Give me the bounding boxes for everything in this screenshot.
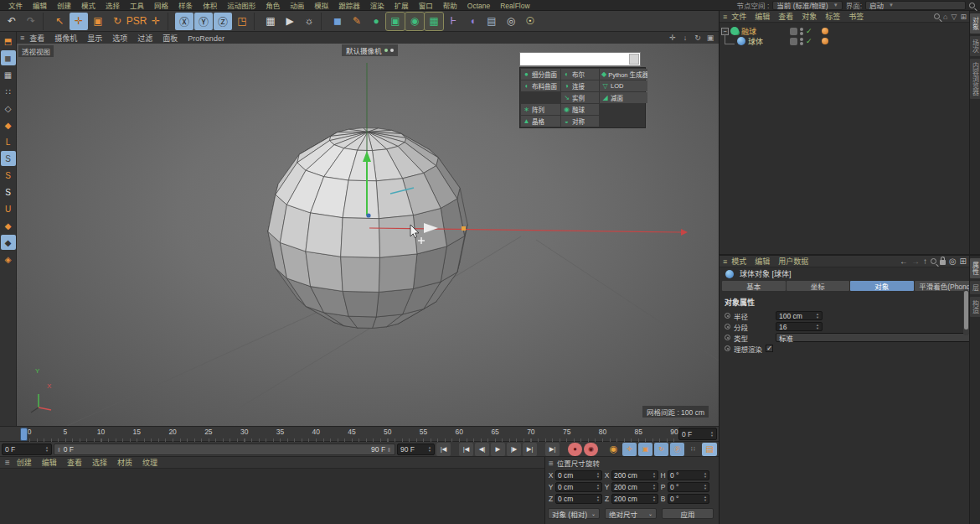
object-menu-item[interactable]: 对象 <box>797 13 821 21</box>
size-field[interactable]: 200 cm▲▼ <box>611 482 658 492</box>
view-label[interactable]: 透视视图 <box>18 45 54 57</box>
enabled-check-icon[interactable]: ✓ <box>806 27 812 35</box>
render-picture-viewer-button[interactable]: ▶ <box>281 13 299 30</box>
point-mode-button[interactable]: ∷ <box>1 84 16 99</box>
timeline-ruler[interactable]: 051015202530354045505560657075808590 0 F… <box>0 426 719 442</box>
range-grip-icon[interactable]: ‖ <box>58 447 64 453</box>
material-menu-item[interactable]: 查看 <box>62 459 87 467</box>
motion-system-button[interactable]: ▤ <box>702 443 717 456</box>
material-menu-item[interactable]: 材质 <box>112 459 137 467</box>
attribute-menu-item[interactable]: 用户数据 <box>774 257 812 266</box>
redo-button[interactable]: ↷ <box>22 13 40 30</box>
edit-badge-icon[interactable] <box>790 28 797 35</box>
side-tab-attributes[interactable]: 属性 <box>970 258 980 278</box>
material-menu-item[interactable]: 编辑 <box>37 459 62 467</box>
stepper-arrows-icon[interactable]: ▲▼ <box>45 446 49 453</box>
add-primitive-cube-button[interactable]: ◼ <box>328 13 347 30</box>
up-icon[interactable]: ↑ <box>923 257 927 266</box>
side-tab-content-browser[interactable]: 内容浏览器 <box>970 59 980 99</box>
preview-range-slider[interactable]: ‖ 0 F 90 F ‖ <box>54 444 395 455</box>
attribute-menu-item[interactable]: 编辑 <box>750 257 774 266</box>
object-menu-item[interactable]: 文件 <box>727 13 750 21</box>
zoom-view-icon[interactable]: ↓ <box>680 33 690 43</box>
size-field[interactable]: 200 cm▲▼ <box>611 494 658 504</box>
camera-label[interactable]: 默认摄像机 <box>342 44 398 56</box>
stepper-arrows-icon[interactable]: ▲▼ <box>710 431 714 438</box>
popup-item-boole[interactable]: ◐布尔 <box>561 69 599 80</box>
hamburger-icon[interactable]: ≡ <box>549 459 554 468</box>
object-menu-item[interactable]: 编辑 <box>750 13 774 21</box>
menu-item[interactable]: 体积 <box>198 2 222 10</box>
volume-button[interactable]: ▦ <box>425 13 443 30</box>
next-frame-button[interactable]: |▶ <box>507 443 521 456</box>
pan-view-icon[interactable]: ✛ <box>668 33 678 43</box>
menu-item[interactable]: 工具 <box>125 2 149 10</box>
viewport-menu-item[interactable]: 选项 <box>107 34 132 43</box>
texture-mode-button[interactable]: ▦ <box>1 67 16 82</box>
popup-item-subdivision-surface[interactable]: ●细分曲面 <box>521 69 560 80</box>
object-name[interactable]: 球体 <box>748 36 763 47</box>
size-field[interactable]: 200 cm▲▼ <box>611 470 658 480</box>
toggle-panel-icon[interactable]: ▣ <box>705 33 715 43</box>
viewport-menu-item[interactable]: 查看 <box>24 34 49 43</box>
menu-item[interactable]: 模拟 <box>309 2 333 10</box>
tab-coordinates[interactable]: 坐标 <box>787 281 850 291</box>
menu-item[interactable]: 网格 <box>149 2 173 10</box>
y-axis-lock-button[interactable]: Ⓨ <box>194 13 213 30</box>
menu-item[interactable]: 角色 <box>260 2 285 10</box>
menu-item[interactable]: 文件 <box>3 2 28 10</box>
animate-dot-icon[interactable] <box>725 324 730 329</box>
live-selection-tool[interactable]: ↖ <box>50 13 69 30</box>
magnet-tool-button[interactable]: U <box>1 201 16 216</box>
stepper-arrows-icon[interactable]: ▲▼ <box>428 446 431 453</box>
new-panel-icon[interactable]: ⊞ <box>960 13 967 21</box>
viewport-menu-item[interactable]: ProRender <box>183 34 230 43</box>
type-select[interactable]: 标准⌄ <box>776 333 978 342</box>
light-button[interactable]: ☉ <box>521 13 539 30</box>
generators-button[interactable]: ▣ <box>386 13 405 30</box>
camera-button[interactable]: ◎ <box>502 13 520 30</box>
hamburger-icon[interactable]: ≡ <box>5 458 10 467</box>
menu-item[interactable]: 扩展 <box>389 2 414 10</box>
search-icon[interactable] <box>934 13 940 19</box>
tab-basic[interactable]: 基本 <box>722 281 786 291</box>
x-axis-lock-button[interactable]: Ⓧ <box>175 13 193 30</box>
coordinate-system-button[interactable]: ◳ <box>233 13 251 30</box>
environment-button[interactable]: ▤ <box>482 13 501 30</box>
spline-tools-button[interactable]: Ⱶ <box>444 13 462 30</box>
forward-icon[interactable]: → <box>911 257 920 266</box>
popup-item-symmetry[interactable]: ◒对称 <box>561 116 599 127</box>
deformer-bend-button[interactable]: ◖ <box>463 13 482 30</box>
record-keyframe-button[interactable]: ● <box>568 443 582 456</box>
menu-item[interactable]: 模式 <box>76 2 101 10</box>
next-key-button[interactable]: ▶| <box>523 443 537 456</box>
polygon-mode-button[interactable]: ◆ <box>1 117 16 132</box>
side-tab-structure[interactable]: 构造 <box>970 297 980 317</box>
menu-item[interactable]: 动画 <box>285 2 309 10</box>
tag-icon[interactable] <box>822 28 828 34</box>
coord-mode-select[interactable]: 对象 (相对)⌄ <box>548 508 600 519</box>
attribute-menu-item[interactable]: 模式 <box>727 257 750 266</box>
object-menu-item[interactable]: 标签 <box>821 13 844 21</box>
home-icon[interactable]: ⌂ <box>943 13 947 21</box>
size-mode-select[interactable]: 绝对尺寸⌄ <box>605 508 657 519</box>
autokey-button[interactable]: ◉ <box>584 443 598 456</box>
menu-item[interactable]: 选择 <box>101 2 125 10</box>
record-parameter-button[interactable]: Ⓟ <box>670 443 684 456</box>
popup-clear-button[interactable] <box>629 54 639 65</box>
visibility-dots-icon[interactable] <box>800 38 803 45</box>
search-icon[interactable] <box>931 258 936 264</box>
psr-tool[interactable]: PSR <box>127 13 146 30</box>
enabled-check-icon[interactable]: ✓ <box>806 37 812 45</box>
material-menu-item[interactable]: 纹理 <box>137 459 162 467</box>
lock-workplane-button[interactable]: ◆ <box>1 235 16 250</box>
align-workplane-button[interactable]: ◈ <box>1 252 16 267</box>
popup-item-connect[interactable]: ◑连接 <box>561 80 599 91</box>
menu-item[interactable]: 窗口 <box>414 2 438 10</box>
rotate-tool[interactable]: ↻ <box>108 13 126 30</box>
popup-item-python-generator[interactable]: ◆Python 生成器 <box>600 69 647 80</box>
object-menu-item[interactable]: 查看 <box>774 13 797 21</box>
viewport-menu-item[interactable]: 摄像机 <box>49 34 82 43</box>
side-tab-objects[interactable]: 对象 <box>970 13 980 34</box>
animate-dot-icon[interactable] <box>725 345 730 351</box>
